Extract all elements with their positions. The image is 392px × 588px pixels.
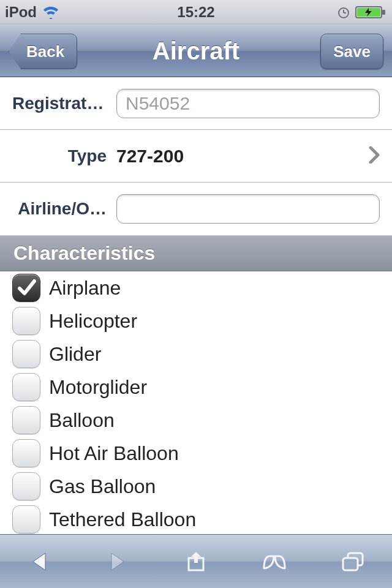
checkbox[interactable] bbox=[12, 373, 40, 401]
toolbar-tabs-button[interactable] bbox=[319, 535, 386, 589]
checkbox[interactable] bbox=[12, 307, 40, 335]
checkbox[interactable] bbox=[12, 472, 40, 500]
back-button[interactable]: Back bbox=[9, 34, 77, 69]
browser-toolbar bbox=[0, 534, 392, 588]
characteristic-label: Helicopter bbox=[40, 310, 137, 333]
registration-input[interactable]: N54052 bbox=[116, 89, 380, 118]
characteristic-label: Glider bbox=[40, 343, 101, 366]
toolbar-bookmarks-button[interactable] bbox=[241, 535, 308, 589]
characteristic-row[interactable]: Balloon bbox=[0, 404, 392, 437]
row-type[interactable]: Type 727-200 bbox=[0, 130, 392, 183]
characteristic-row[interactable]: Motorglider bbox=[0, 371, 392, 404]
device-label: iPod bbox=[5, 4, 37, 21]
characteristic-label: Motorglider bbox=[40, 376, 147, 399]
nav-bar: Back Aircraft Save bbox=[0, 24, 392, 77]
checkbox[interactable] bbox=[12, 505, 40, 533]
toolbar-share-button[interactable] bbox=[162, 535, 230, 589]
characteristic-label: Balloon bbox=[40, 409, 115, 432]
toolbar-back-button[interactable] bbox=[6, 535, 73, 589]
checkbox[interactable] bbox=[12, 439, 40, 467]
type-label: Type bbox=[12, 146, 116, 166]
status-time: 15:22 bbox=[177, 4, 214, 21]
section-header-characteristics: Characteristics bbox=[0, 235, 392, 271]
airline-label: Airline/O… bbox=[12, 199, 116, 219]
wifi-icon bbox=[42, 6, 60, 19]
form-section: Registrati… N54052 Type 727-200 Airline/… bbox=[0, 77, 392, 235]
airline-input[interactable] bbox=[116, 194, 380, 224]
svg-rect-4 bbox=[382, 10, 385, 15]
registration-label: Registrati… bbox=[12, 94, 116, 113]
status-bar: iPod 15:22 bbox=[0, 0, 392, 24]
battery-charging-icon bbox=[355, 5, 387, 20]
characteristic-row[interactable]: Gas Balloon bbox=[0, 470, 392, 503]
characteristic-row[interactable]: Glider bbox=[0, 337, 392, 371]
characteristic-label: Airplane bbox=[40, 277, 121, 300]
checkbox[interactable] bbox=[12, 340, 40, 368]
characteristic-label: Tethered Balloon bbox=[40, 508, 196, 531]
toolbar-forward-button[interactable] bbox=[84, 535, 151, 589]
row-airline: Airline/O… bbox=[0, 183, 392, 235]
characteristic-row[interactable]: Helicopter bbox=[0, 304, 392, 337]
characteristic-label: Hot Air Balloon bbox=[40, 442, 179, 465]
characteristic-row[interactable]: Airplane bbox=[0, 271, 392, 304]
row-registration: Registrati… N54052 bbox=[0, 77, 392, 130]
page-title: Aircraft bbox=[153, 37, 239, 65]
save-button[interactable]: Save bbox=[320, 34, 383, 69]
checkbox[interactable] bbox=[12, 274, 40, 302]
type-value: 727-200 bbox=[116, 146, 369, 167]
characteristics-list: AirplaneHelicopterGliderMotorgliderBallo… bbox=[0, 271, 392, 534]
characteristic-row[interactable]: Tethered Balloon bbox=[0, 503, 392, 534]
checkbox[interactable] bbox=[12, 406, 40, 434]
alarm-icon bbox=[337, 6, 350, 19]
svg-rect-8 bbox=[343, 558, 358, 570]
characteristic-label: Gas Balloon bbox=[40, 475, 156, 498]
chevron-right-icon bbox=[369, 146, 380, 166]
characteristic-row[interactable]: Hot Air Balloon bbox=[0, 437, 392, 470]
